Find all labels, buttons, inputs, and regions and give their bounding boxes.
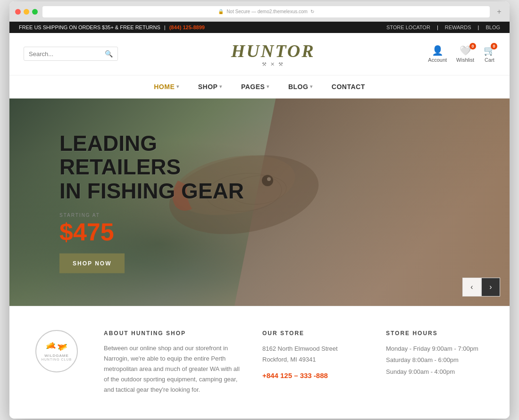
nav-pages[interactable]: PAGES ▾	[241, 83, 269, 91]
slider-next-button[interactable]: ›	[481, 278, 500, 296]
maximize-button[interactable]	[32, 9, 38, 15]
navbar: HOME ▾ SHOP ▾ PAGES ▾ BLOG ▾ CONTACT	[9, 75, 510, 99]
account-button[interactable]: 👤 Account	[428, 45, 447, 63]
logo-text: HUNTOR	[118, 41, 428, 61]
search-input[interactable]	[29, 50, 101, 58]
hours-row-sat: Saturday 8:00am - 6:00pm	[386, 354, 491, 366]
browser-window: 🔒 Not Secure — demo2.themelexus.com ↻ + …	[9, 1, 510, 419]
rifle-right-icon: 🔫	[55, 339, 69, 354]
address-bar[interactable]: 🔒 Not Secure — demo2.themelexus.com ↻	[42, 6, 490, 17]
site-logo[interactable]: HUNTOR ⚒ ✕ ⚒	[118, 41, 428, 67]
close-button[interactable]	[15, 9, 21, 15]
search-icon[interactable]: 🔍	[105, 50, 113, 58]
shipping-text: FREE US SHIPPING ON ORDERS $35+ & FREE R…	[19, 25, 160, 30]
about-title: ABOUT HUNTING SHOP	[104, 330, 243, 337]
slider-prev-button[interactable]: ‹	[462, 278, 481, 296]
traffic-lights	[15, 9, 38, 15]
cart-label: Cart	[485, 57, 494, 63]
header-actions: 👤 Account 🤍 0 Wishlist 🛒 0 Cart	[428, 45, 495, 63]
blog-link[interactable]: BLOG	[486, 25, 500, 30]
hours-row-sun: Sunday 9:00am - 4:00pm	[386, 366, 491, 378]
nav-home-chevron: ▾	[176, 84, 179, 89]
separator: |	[164, 25, 166, 30]
header: 🔍 HUNTOR ⚒ ✕ ⚒ 👤 Account 🤍 0 Wishlist 🛒	[9, 33, 510, 75]
logo-subtitle: ⚒ ✕ ⚒	[118, 61, 428, 67]
top-bar-left: FREE US SHIPPING ON ORDERS $35+ & FREE R…	[19, 25, 205, 30]
hours-row-mon-fri: Monday - Friday 9:00am - 7:00pm	[386, 343, 491, 355]
nav-contact[interactable]: CONTACT	[332, 83, 365, 91]
phone-number[interactable]: (844) 125-8899	[169, 25, 205, 30]
wishlist-button[interactable]: 🤍 0 Wishlist	[456, 45, 474, 63]
hero-section: LEADING RETAILERS IN FISHING GEAR STARTI…	[9, 99, 510, 306]
hero-heading-line1: LEADING RETAILERS	[59, 131, 181, 179]
nav-home-label: HOME	[154, 83, 175, 91]
shop-now-button[interactable]: SHOP NOW	[59, 253, 125, 273]
hero-price: $475	[59, 217, 276, 246]
logo-left-icon: ⚒	[262, 61, 268, 67]
top-bar-right: STORE LOCATOR | REWARDS | BLOG	[386, 25, 500, 30]
hero-heading: LEADING RETAILERS IN FISHING GEAR	[59, 131, 276, 203]
reload-icon: ↻	[310, 9, 314, 14]
wishlist-badge: 0	[469, 43, 476, 49]
nav-pages-chevron: ▾	[267, 84, 269, 89]
store-section: OUR STORE 8162 North Elmwood Street Rock…	[262, 330, 367, 395]
minimize-button[interactable]	[24, 9, 29, 15]
store-phone[interactable]: +844 125 – 333 -888	[262, 369, 367, 382]
logo-cross-icon: ✕	[270, 61, 276, 67]
hero-starting-label: STARTING AT	[59, 212, 276, 217]
about-text: Between our online shop and our storefro…	[104, 343, 243, 395]
browser-chrome: 🔒 Not Secure — demo2.themelexus.com ↻ +	[9, 1, 510, 22]
nav-home[interactable]: HOME ▾	[154, 83, 179, 91]
store-address-line1: 8162 North Elmwood Street	[262, 343, 367, 354]
hero-content: LEADING RETAILERS IN FISHING GEAR STARTI…	[59, 131, 276, 273]
lock-icon: 🔒	[218, 9, 224, 14]
hours-section: STORE HOURS Monday - Friday 9:00am - 7:0…	[386, 330, 491, 395]
divider2: |	[478, 25, 479, 30]
nav-contact-label: CONTACT	[332, 83, 365, 91]
hero-heading-line2: IN FISHING GEAR	[59, 179, 244, 203]
slider-arrows: ‹ ›	[462, 278, 500, 296]
wishlist-label: Wishlist	[456, 57, 474, 63]
store-title: OUR STORE	[262, 330, 367, 337]
add-tab-button[interactable]: +	[494, 7, 504, 16]
cart-badge: 0	[491, 43, 497, 49]
store-address-line2: Rockford, MI 49341	[262, 354, 367, 365]
nav-blog-label: BLOG	[288, 83, 308, 91]
nav-shop-chevron: ▾	[219, 84, 222, 89]
hunting-club-label: HUNTING CLUB	[42, 358, 72, 361]
rewards-link[interactable]: REWARDS	[445, 25, 471, 30]
search-box[interactable]: 🔍	[24, 47, 118, 61]
url-text: Not Secure — demo2.themelexus.com	[226, 9, 308, 14]
nav-blog-chevron: ▾	[310, 84, 313, 89]
about-section: ABOUT HUNTING SHOP Between our online sh…	[104, 330, 243, 395]
account-icon: 👤	[432, 45, 444, 56]
wildgame-logo: 🔫 🔫 WILDGAME HUNTING CLUB	[35, 330, 78, 372]
hours-title: STORE HOURS	[386, 330, 491, 337]
store-locator-link[interactable]: STORE LOCATOR	[386, 25, 430, 30]
top-bar: FREE US SHIPPING ON ORDERS $35+ & FREE R…	[9, 22, 510, 33]
nav-shop[interactable]: SHOP ▾	[198, 83, 222, 91]
account-label: Account	[428, 57, 447, 63]
store-address: 8162 North Elmwood Street Rockford, MI 4…	[262, 343, 367, 382]
info-section: 🔫 🔫 WILDGAME HUNTING CLUB ABOUT HUNTING …	[9, 306, 510, 419]
cart-button[interactable]: 🛒 0 Cart	[484, 45, 495, 63]
divider: |	[437, 25, 438, 30]
wildgame-logo-section: 🔫 🔫 WILDGAME HUNTING CLUB	[28, 330, 85, 395]
nav-shop-label: SHOP	[198, 83, 218, 91]
logo-right-icon: ⚒	[278, 61, 284, 67]
wildgame-label: WILDGAME	[44, 354, 69, 358]
nav-pages-label: PAGES	[241, 83, 265, 91]
nav-blog[interactable]: BLOG ▾	[288, 83, 313, 91]
